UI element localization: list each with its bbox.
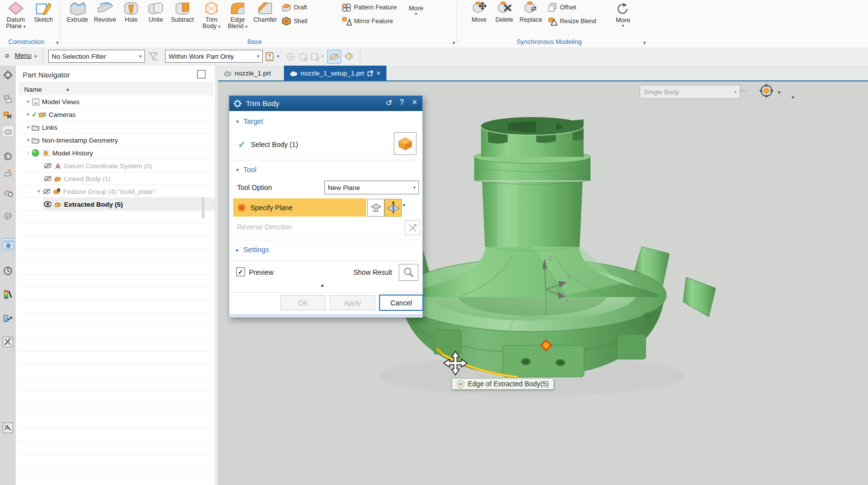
tree-item-linked-body[interactable]: Linked Body (1) [43, 172, 227, 185]
hole-button[interactable]: Hole [119, 0, 143, 23]
history-icon[interactable] [2, 265, 13, 276]
tab-nozzle-1[interactable]: nozzle_1.prt [218, 66, 277, 80]
measure-icon[interactable] [2, 187, 13, 198]
body-filter-combo[interactable]: Single Body▾ [640, 85, 740, 99]
color-palette-icon[interactable] [2, 289, 13, 300]
offset-button[interactable]: Offset [547, 1, 576, 14]
reuse-library-icon[interactable] [2, 150, 13, 162]
preview-checkbox[interactable]: ✓ [236, 267, 245, 276]
tool-section-header[interactable]: ▾ Tool [236, 166, 256, 174]
show-result-button[interactable] [399, 264, 418, 281]
datum-plane-button[interactable]: Datum Plane ▾ [3, 0, 29, 30]
cancel-button[interactable]: Cancel [379, 295, 423, 311]
sync-more-button[interactable]: More ▾ [611, 0, 635, 28]
clip-section-button[interactable] [327, 50, 341, 64]
constraint-navigator-icon[interactable] [2, 109, 13, 120]
subtract-button[interactable]: Subtract [168, 0, 197, 23]
move-button[interactable]: Move [467, 0, 491, 23]
tools-icon[interactable] [2, 336, 13, 347]
menu-dropdown-icon[interactable]: ▾ [35, 54, 37, 59]
tree-item-links[interactable]: + Links [26, 121, 209, 134]
plane-options-dropdown-icon[interactable]: ▾ [403, 202, 405, 208]
tree-item-model-views[interactable]: + Model Views [26, 95, 209, 108]
menu-hamburger-icon[interactable]: ≡ [5, 51, 9, 60]
close-tab-icon[interactable]: × [377, 70, 381, 76]
settings-section-header[interactable]: ▸ Settings [236, 246, 269, 254]
tool-option-combo[interactable]: New Plane▾ [324, 181, 419, 194]
draft-button[interactable]: Draft [281, 1, 307, 14]
reset-icon[interactable]: ↺ [384, 98, 394, 108]
expand-icon[interactable]: + [26, 111, 31, 118]
toolbar-chevron-down-icon[interactable]: ▾ [792, 94, 795, 101]
dropdown-arrow-icon[interactable]: ▾ [218, 24, 221, 29]
resize-blend-button[interactable]: Resize Blend [547, 15, 596, 28]
dropdown-arrow-icon[interactable]: ▾ [245, 24, 247, 29]
eye-hidden-icon[interactable] [43, 162, 51, 170]
group-dropdown-icon[interactable]: ▾ [452, 40, 455, 45]
snap-cube-icon[interactable] [298, 51, 308, 61]
chamfer-button[interactable]: Chamfer [251, 0, 279, 23]
apply-button[interactable]: Apply [330, 295, 375, 310]
revolve-button[interactable]: Revolve [92, 0, 118, 23]
filter-undo-icon[interactable] [148, 51, 158, 61]
select-body-button[interactable] [394, 132, 417, 155]
sketch-button[interactable]: Sketch [31, 0, 56, 23]
scope-combo[interactable]: Within Work Part Only▾ [165, 50, 263, 63]
target-section-header[interactable]: ▾ Target [236, 117, 263, 125]
shell-button[interactable]: Shell [281, 15, 308, 28]
shaded-view-icon[interactable] [343, 50, 353, 60]
group-dropdown-icon[interactable]: ▾ [56, 40, 59, 45]
tree-scrollbar-thumb[interactable] [202, 197, 205, 219]
eye-visible-icon[interactable] [43, 200, 51, 208]
reverse-direction-button[interactable] [405, 220, 420, 235]
dialog-titlebar[interactable]: Trim Body ↺ ? × [229, 96, 422, 111]
tree-item-extracted-body[interactable]: Extracted Body (5) [43, 198, 227, 211]
chevron-down-icon[interactable]: ▾ [277, 54, 279, 59]
collapse-icon[interactable]: - [26, 149, 31, 156]
group-dropdown-icon[interactable]: ▾ [643, 40, 646, 45]
chevron-down-icon[interactable]: ▾ [321, 54, 324, 59]
tab-nozzle-1-setup-1[interactable]: nozzle_1_setup_1.prt × [284, 66, 386, 80]
menu-button[interactable]: Menu [15, 52, 32, 59]
assembly-navigator-icon[interactable] [2, 93, 13, 105]
close-icon[interactable]: × [410, 97, 419, 108]
tree-item-feature-group[interactable]: + Feature Group (4) "build_plate" [36, 185, 220, 198]
tree-item-model-history[interactable]: - Model History [26, 147, 209, 159]
trim-body-button[interactable]: Trim Body ▾ [199, 0, 224, 30]
pattern-feature-button[interactable]: Pattern Feature [341, 1, 397, 14]
snap-hand-icon[interactable] [286, 51, 296, 61]
checkmark-icon[interactable]: ✓ [32, 111, 37, 118]
plane-dialog-button[interactable]: ••• [367, 199, 384, 217]
dropdown-arrow-icon[interactable]: ▾ [23, 24, 26, 29]
help-icon[interactable]: ? [397, 98, 407, 107]
ok-button[interactable]: OK [280, 295, 326, 310]
tree-item-cameras[interactable]: + ✓ Cameras [26, 108, 209, 121]
chevron-down-icon[interactable]: ▾ [778, 89, 781, 96]
panel-maximize-icon[interactable] [197, 70, 206, 78]
specify-plane-row[interactable]: Specify Plane [233, 198, 366, 217]
extrude-button[interactable]: Extrude [64, 0, 91, 23]
eye-hidden-icon[interactable] [43, 175, 51, 183]
dialog-collapse-icon[interactable]: ▲ [320, 282, 325, 288]
replace-button[interactable]: ⇄ Replace [518, 0, 544, 23]
mirror-feature-button[interactable]: Mirror Feature [341, 15, 393, 28]
expand-icon[interactable]: + [26, 98, 31, 105]
web-browser-icon[interactable] [2, 238, 14, 251]
info-icon[interactable]: i [2, 210, 13, 221]
tree-column-header[interactable]: Name ▲ [19, 82, 213, 96]
touch-mode-icon[interactable] [2, 422, 13, 433]
unite-button[interactable]: Unite [144, 0, 168, 23]
edge-blend-button[interactable]: Edge Blend ▾ [225, 0, 250, 30]
expand-icon[interactable]: + [26, 124, 31, 131]
base-more-button[interactable]: More ▾ [405, 4, 427, 16]
selection-gear-icon[interactable] [2, 69, 13, 80]
trim-body-dialog[interactable]: Trim Body ↺ ? × ▾ Target ✓ Select Body (… [229, 95, 423, 318]
tree-item-datum-coordinate-system[interactable]: Datum Coordinate System (0) [43, 159, 227, 172]
delete-button[interactable]: Delete [492, 0, 517, 23]
plane-axis-button[interactable] [384, 199, 402, 217]
part-navigator-icon[interactable] [2, 125, 14, 137]
tree-item-non-timestamp-geometry[interactable]: + Non-timestamp Geometry [26, 134, 209, 147]
selection-filter-combo[interactable]: No Selection Filter▾ [48, 50, 145, 63]
customer-defaults-icon[interactable] [2, 312, 13, 324]
dialog-resize-strip[interactable] [229, 314, 422, 317]
